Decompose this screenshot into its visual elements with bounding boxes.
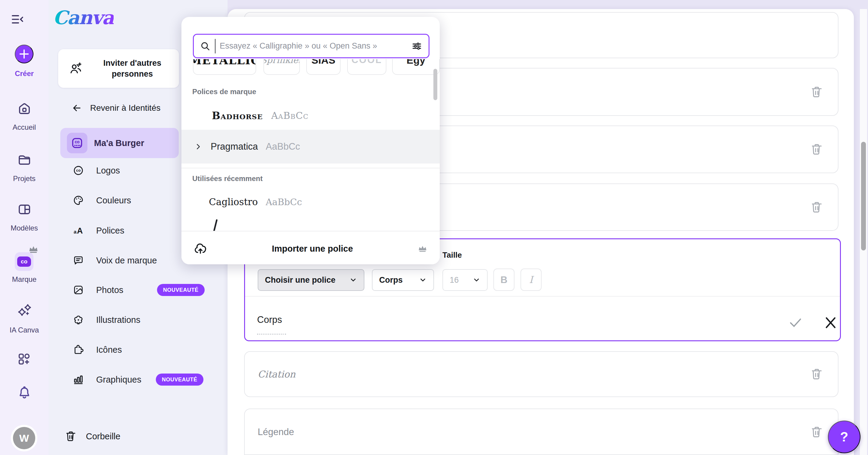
sidebar-item-accueil-label: Accueil (0, 123, 49, 132)
sidebar-item-modeles[interactable] (17, 202, 32, 217)
choose-font-label: Choisir une police (265, 276, 336, 285)
trash-icon (810, 200, 824, 215)
sidebar-item-icones[interactable]: Icônes (73, 339, 122, 361)
style-select[interactable]: Corps (372, 269, 434, 291)
graphiques-new-badge: NOUVEAUTÉ (156, 373, 204, 386)
sparkles-icon (17, 304, 32, 318)
delete-row-button[interactable] (810, 367, 824, 381)
sidebar-item-ia-canva[interactable] (17, 304, 32, 318)
recent-fonts-section-title: Utilisées récemment (192, 174, 262, 183)
import-font-button[interactable]: Importer une police (181, 233, 440, 264)
text-caret (215, 39, 216, 53)
sidebar-item-photos-label: Photos (96, 285, 123, 295)
sidebar-item-logos[interactable]: co Logos (73, 160, 120, 181)
sidebar-item-graphiques-label: Graphiques (96, 375, 141, 385)
style-name-input[interactable]: Corps (257, 314, 282, 325)
font-name: Badhorse (212, 110, 263, 122)
crown-icon-glyph (28, 245, 39, 253)
legende-row[interactable]: Légende (244, 408, 838, 455)
font-row-badhorse[interactable]: Badhorse AaBbCc (181, 102, 440, 130)
import-font-label: Importer une police (215, 244, 410, 254)
citation-row[interactable]: Citation (244, 351, 838, 397)
chevron-down-icon (349, 276, 357, 284)
sidebar-item-projets[interactable] (17, 153, 32, 167)
choose-font-button[interactable]: Choisir une police (258, 269, 364, 291)
photos-icon (73, 284, 84, 296)
delete-row-button[interactable] (810, 200, 824, 215)
collapse-sidebar-button[interactable] (11, 13, 24, 25)
home-icon (17, 102, 32, 116)
logos-icon: co (73, 165, 84, 176)
back-to-identities-button[interactable]: Revenir à Identités (71, 103, 160, 113)
bold-button[interactable]: B (493, 268, 515, 291)
sidebar-item-maa-burger-label: Ma'a Burger (94, 138, 144, 148)
check-icon (787, 314, 804, 331)
sidebar-item-voix-de-marque[interactable]: Voix de marque (73, 250, 157, 271)
size-select-value: 16 (450, 276, 459, 285)
delete-row-button[interactable] (810, 85, 824, 99)
search-icon (200, 41, 211, 52)
sidebar-item-corbeille[interactable]: Corbeille (65, 430, 120, 443)
sidebar-item-marque[interactable]: co (15, 252, 33, 271)
apps-button[interactable] (17, 352, 32, 366)
back-to-identities-label: Revenir à Identités (90, 103, 160, 113)
popover-scrollbar-thumb[interactable] (433, 69, 437, 100)
style-chip[interactable]: Sprinkles (264, 59, 300, 75)
sidebar-item-maa-burger[interactable]: co Ma'a Burger (60, 128, 179, 158)
help-button[interactable]: ? (828, 421, 861, 453)
size-select[interactable]: 16 (442, 269, 488, 291)
divider (181, 168, 440, 168)
invite-line1: Inviter d'autres (103, 59, 161, 67)
folder-icon (17, 153, 32, 167)
apps-grid-icon (17, 352, 31, 366)
invite-people-icon (69, 61, 83, 76)
invite-line2: personnes (112, 69, 153, 79)
legende-label: Légende (258, 427, 294, 437)
style-chip[interactable]: SIAS (306, 59, 341, 75)
partially-visible-font-row (211, 219, 220, 231)
brand-kit-icon: co (70, 136, 84, 150)
chevron-right-icon[interactable] (194, 142, 203, 151)
style-chip[interactable]: METALLIC (193, 59, 256, 75)
sidebar-item-photos[interactable]: Photos (73, 279, 123, 301)
sidebar-item-marque-label: Marque (0, 275, 49, 284)
upload-cloud-icon (193, 242, 207, 256)
font-row-pragmatica[interactable]: Pragmatica AaBbCc (181, 130, 440, 164)
font-search-bar (193, 34, 430, 58)
icons-icon (73, 344, 84, 356)
filter-sliders-icon[interactable] (411, 40, 423, 52)
delete-row-button[interactable] (810, 142, 824, 157)
delete-row-button[interactable] (810, 425, 824, 439)
canva-logo: Canva (53, 7, 114, 29)
svg-text:a: a (73, 229, 76, 235)
sidebar-item-accueil[interactable] (17, 102, 32, 116)
svg-text:co: co (75, 140, 80, 144)
style-chip[interactable]: Egy (392, 59, 440, 75)
sidebar-item-voix-de-marque-label: Voix de marque (96, 256, 157, 265)
sidebar-item-polices[interactable]: aA Polices (73, 220, 124, 241)
font-row-cagliostro[interactable]: Cagliostro AaBbCc (181, 188, 440, 216)
chevron-down-icon (419, 276, 427, 284)
trash-icon (810, 142, 824, 157)
sidebar-item-couleurs[interactable]: Couleurs (73, 190, 131, 211)
photos-new-badge: NOUVEAUTÉ (157, 284, 205, 296)
sidebar-item-logos-label: Logos (96, 166, 120, 176)
italic-button[interactable]: I (521, 268, 541, 291)
create-button[interactable] (15, 45, 33, 63)
sidebar-item-ia-canva-label: IA Canva (0, 326, 49, 334)
confirm-button[interactable] (787, 314, 805, 331)
avatar-initial: W (13, 427, 35, 449)
font-search-input[interactable] (220, 41, 407, 51)
style-chip[interactable]: COOL (347, 59, 386, 75)
scrollbar-thumb[interactable] (861, 142, 866, 250)
cancel-button[interactable] (822, 314, 840, 331)
notifications-button[interactable] (17, 386, 32, 400)
sidebar-item-modeles-label: Modèles (0, 224, 49, 232)
font-style-chips: METALLIC Sprinkles SIAS COOL Egy (193, 59, 440, 76)
fonts-icon: aA (73, 225, 84, 236)
sidebar-item-graphiques[interactable]: Graphiques (73, 369, 141, 391)
sidebar-item-illustrations[interactable]: Illustrations (73, 309, 141, 331)
style-select-value: Corps (379, 276, 403, 285)
invite-people-button[interactable]: Inviter d'autres personnes (58, 49, 179, 88)
account-avatar[interactable]: W (11, 425, 37, 451)
